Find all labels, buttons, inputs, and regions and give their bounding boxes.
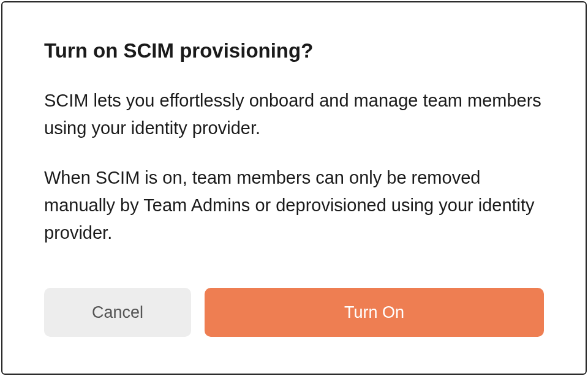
dialog-actions: Cancel Turn On	[44, 288, 544, 337]
dialog-paragraph-1: SCIM lets you effortlessly onboard and m…	[44, 87, 544, 142]
dialog-body: SCIM lets you effortlessly onboard and m…	[44, 87, 544, 282]
dialog-paragraph-2: When SCIM is on, team members can only b…	[44, 164, 544, 247]
dialog-title: Turn on SCIM provisioning?	[44, 39, 544, 62]
turn-on-button[interactable]: Turn On	[205, 288, 544, 337]
cancel-button[interactable]: Cancel	[44, 288, 191, 337]
confirmation-dialog: Turn on SCIM provisioning? SCIM lets you…	[1, 1, 587, 375]
